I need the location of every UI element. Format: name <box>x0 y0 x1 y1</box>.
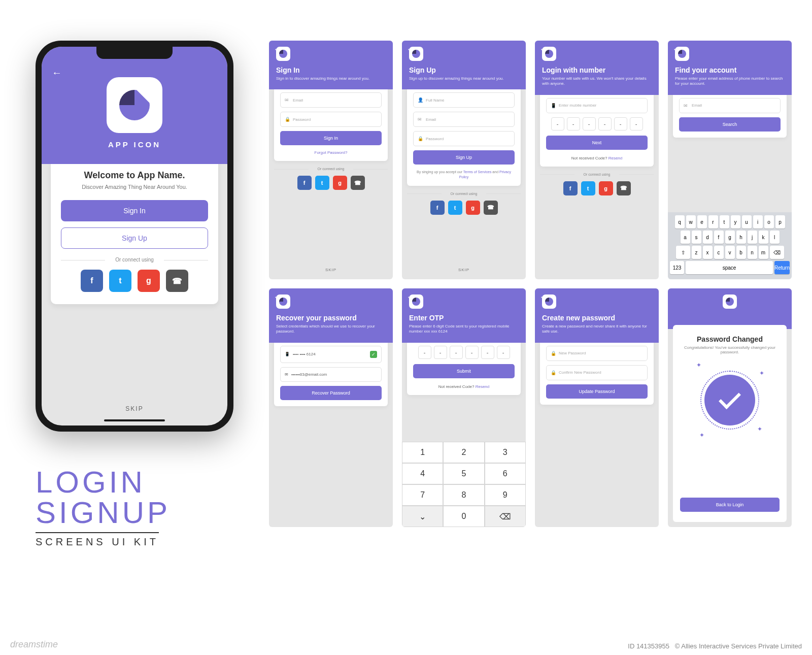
key-w[interactable]: w <box>686 215 696 228</box>
numpad-key-9[interactable]: 9 <box>485 484 526 506</box>
key-i[interactable]: i <box>753 215 763 228</box>
key-o[interactable]: o <box>764 215 774 228</box>
new-password-field[interactable]: 🔒New Password <box>546 346 648 361</box>
key-t[interactable]: t <box>720 215 729 228</box>
numpad-key-⌄[interactable]: ⌄ <box>402 506 443 527</box>
recover-phone-option[interactable]: 📱•••• •••• 6124✓ <box>280 346 382 363</box>
key-⇧[interactable]: ⇧ <box>676 246 690 259</box>
sign-in-button[interactable]: Sign In <box>61 200 208 221</box>
email-field[interactable]: ✉Email <box>280 92 382 108</box>
key-space[interactable]: space <box>686 261 773 274</box>
recover-button[interactable]: Recover Password <box>280 386 382 400</box>
fullname-field[interactable]: 👤Full Name <box>413 92 515 108</box>
google-button[interactable]: g <box>599 181 613 195</box>
back-arrow-icon[interactable]: ← <box>274 46 280 53</box>
email-field[interactable]: ✉Email <box>679 98 781 113</box>
recover-email-option[interactable]: ✉••••••83@email.com <box>280 367 382 382</box>
back-arrow-icon[interactable]: ← <box>407 293 413 301</box>
key-c[interactable]: c <box>714 246 724 259</box>
key-⌫[interactable]: ⌫ <box>770 246 784 259</box>
key-numbers[interactable]: 123 <box>670 261 684 274</box>
numpad-key-7[interactable]: 7 <box>402 484 443 506</box>
numpad-key-8[interactable]: 8 <box>443 484 484 506</box>
confirm-password-field[interactable]: 🔒Confirm New Password <box>546 365 648 380</box>
otp-digit[interactable]: - <box>567 117 580 130</box>
twitter-button[interactable]: t <box>315 176 329 190</box>
submit-button[interactable]: Submit <box>413 364 515 378</box>
phone-button[interactable]: ☎ <box>617 181 631 195</box>
back-to-login-button[interactable]: Back to Login <box>680 498 780 512</box>
key-return[interactable]: Return <box>774 261 790 274</box>
search-button[interactable]: Search <box>679 117 781 132</box>
sign-up-button[interactable]: Sign Up <box>413 150 515 165</box>
google-button[interactable]: g <box>138 270 160 292</box>
resend-link[interactable]: Resend <box>608 156 623 160</box>
numpad-key-6[interactable]: 6 <box>485 463 526 484</box>
back-arrow-icon[interactable]: ← <box>407 46 413 53</box>
email-field[interactable]: ✉Email <box>413 112 515 127</box>
skip-link[interactable]: SKIP <box>402 260 526 279</box>
numpad-key-0[interactable]: 0 <box>443 506 484 527</box>
key-d[interactable]: d <box>703 231 713 244</box>
facebook-button[interactable]: f <box>430 201 445 215</box>
key-m[interactable]: m <box>759 246 768 259</box>
otp-digit[interactable]: - <box>450 346 463 359</box>
numpad-key-2[interactable]: 2 <box>443 442 484 463</box>
key-b[interactable]: b <box>736 246 746 259</box>
key-h[interactable]: h <box>736 231 746 244</box>
key-v[interactable]: v <box>725 246 735 259</box>
skip-link[interactable]: SKIP <box>269 260 393 279</box>
key-p[interactable]: p <box>775 215 785 228</box>
otp-digit[interactable]: - <box>481 346 494 359</box>
phone-button[interactable]: ☎ <box>351 176 365 190</box>
key-n[interactable]: n <box>748 246 757 259</box>
key-g[interactable]: g <box>725 231 735 244</box>
otp-digit[interactable]: - <box>630 117 643 130</box>
back-arrow-icon[interactable]: ← <box>673 46 679 53</box>
key-a[interactable]: a <box>681 231 690 244</box>
terms-link[interactable]: Terms of Services <box>463 170 492 174</box>
otp-digit[interactable]: - <box>551 117 564 130</box>
otp-digit[interactable]: - <box>614 117 627 130</box>
numpad-key-⌫[interactable]: ⌫ <box>485 506 526 527</box>
otp-digit[interactable]: - <box>583 117 596 130</box>
key-q[interactable]: q <box>675 215 685 228</box>
key-l[interactable]: l <box>770 231 780 244</box>
otp-digit[interactable]: - <box>497 346 510 359</box>
otp-digit[interactable]: - <box>598 117 612 130</box>
key-s[interactable]: s <box>692 231 701 244</box>
password-field[interactable]: 🔒Password <box>413 131 515 146</box>
twitter-button[interactable]: t <box>109 270 131 292</box>
facebook-button[interactable]: f <box>81 270 103 292</box>
otp-digit[interactable]: - <box>434 346 447 359</box>
key-f[interactable]: f <box>714 231 724 244</box>
key-z[interactable]: z <box>692 246 701 259</box>
key-u[interactable]: u <box>742 215 752 228</box>
key-k[interactable]: k <box>759 231 768 244</box>
resend-link[interactable]: Resend <box>476 384 490 389</box>
otp-digit[interactable]: - <box>465 346 479 359</box>
phone-button[interactable]: ☎ <box>484 201 498 215</box>
key-r[interactable]: r <box>708 215 718 228</box>
twitter-button[interactable]: t <box>448 201 462 215</box>
sign-in-button[interactable]: Sign In <box>280 131 382 145</box>
numpad-key-1[interactable]: 1 <box>402 442 443 463</box>
numpad-key-5[interactable]: 5 <box>443 463 484 484</box>
key-j[interactable]: j <box>748 231 757 244</box>
back-arrow-icon[interactable]: ← <box>52 67 62 79</box>
google-button[interactable]: g <box>333 176 347 190</box>
next-button[interactable]: Next <box>546 136 648 150</box>
password-field[interactable]: 🔒Password <box>280 112 382 127</box>
forgot-password-link[interactable]: Forgot Password? <box>280 150 382 155</box>
back-arrow-icon[interactable]: ← <box>274 293 280 301</box>
numpad-key-4[interactable]: 4 <box>402 463 443 484</box>
twitter-button[interactable]: t <box>581 181 595 195</box>
mobile-field[interactable]: 📱Enter mobile number <box>546 98 648 113</box>
back-arrow-icon[interactable]: ← <box>540 46 546 53</box>
back-arrow-icon[interactable]: ← <box>540 293 546 301</box>
sign-up-button[interactable]: Sign Up <box>61 227 208 249</box>
facebook-button[interactable]: f <box>563 181 578 195</box>
otp-digit[interactable]: - <box>418 346 431 359</box>
facebook-button[interactable]: f <box>297 176 312 190</box>
google-button[interactable]: g <box>466 201 480 215</box>
